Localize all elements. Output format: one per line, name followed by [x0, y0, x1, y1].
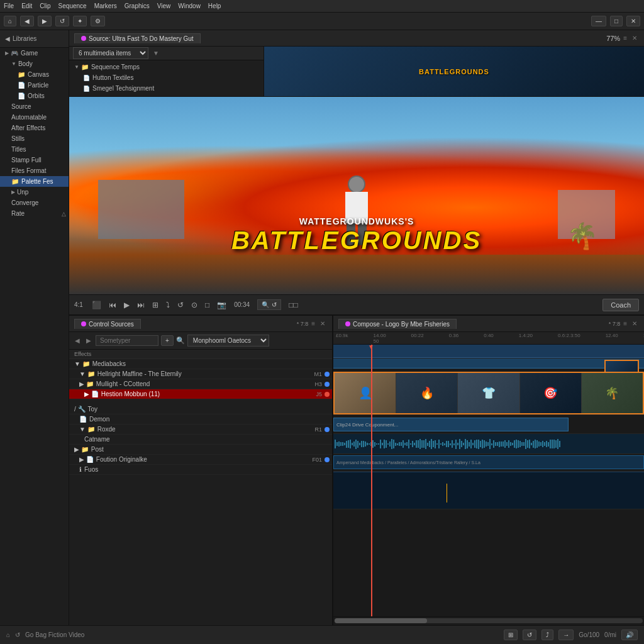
bin-item-smegel[interactable]: 📄 Smegel Techsignment — [72, 83, 261, 94]
status-btn-speaker[interactable]: 🔊 — [621, 630, 638, 640]
bottom-btn-menu[interactable]: ≡ — [309, 319, 317, 328]
panel-btn-close[interactable]: ✕ — [630, 34, 639, 42]
timeline-btn-close[interactable]: ✕ — [630, 319, 639, 328]
search-icon[interactable]: 🔍 — [176, 336, 185, 345]
btn-captions[interactable]: □□ — [286, 299, 301, 311]
track-audio-bottom[interactable] — [333, 472, 644, 509]
tree-catname[interactable]: Catname — [69, 435, 332, 445]
track-v1[interactable]: 🎮 👤 🔥 👕 — [333, 358, 644, 415]
menu-window[interactable]: Window — [178, 3, 201, 9]
status-btn-arrow[interactable]: → — [558, 630, 574, 640]
menu-graphics[interactable]: Graphics — [125, 3, 150, 9]
tree-fuos[interactable]: ℹ Fuos — [69, 465, 332, 475]
tree-item-stills[interactable]: Stills — [0, 133, 69, 144]
thumb-strip[interactable]: 👤 🔥 👕 🎯 — [333, 372, 644, 414]
menu-view[interactable]: View — [157, 3, 171, 9]
toolbar-btn-minimize[interactable]: — — [591, 16, 606, 26]
panel-btn-wrench[interactable]: ≡ — [621, 34, 629, 42]
tree-item-unp[interactable]: ▶ Unp — [0, 187, 69, 197]
status-btn-grid[interactable]: ⊞ — [504, 630, 518, 640]
btn-playback-res[interactable]: □ — [203, 299, 212, 311]
btn-loop[interactable]: ↺ — [175, 299, 186, 311]
toolbar-btn-refresh[interactable]: ↺ — [55, 16, 69, 26]
bin-sequence-temps[interactable]: ▼ 📁 Sequence Temps — [72, 62, 261, 72]
btn-step-fwd[interactable]: ⏭ — [135, 299, 147, 311]
preview-zoom-control[interactable]: 🔍 ↺ — [257, 299, 281, 310]
menu-clip[interactable]: Clip — [40, 3, 50, 9]
status-refresh-icon: ↺ — [15, 631, 20, 638]
scrollbar-track[interactable] — [335, 618, 643, 623]
tree-item-automatable[interactable]: Automatable — [0, 112, 69, 123]
btn-fwd-bl[interactable]: ▶ — [84, 336, 93, 345]
toolbar-btn-home[interactable]: ⌂ — [4, 16, 16, 26]
label-hellright: Hellright Maffine - The Eternily — [97, 370, 314, 377]
menu-help[interactable]: Help — [208, 3, 221, 9]
tree-post[interactable]: ▶ 📁 Post — [69, 445, 332, 455]
timeline-tab[interactable]: Compose - Logo By Mbe Fisheries — [338, 319, 457, 329]
toolbar-btn-forward[interactable]: ▶ — [38, 16, 52, 26]
tree-demon[interactable]: 📄 Demon — [69, 414, 332, 425]
tree-item-stamp[interactable]: Stamp Full — [0, 155, 69, 165]
toolbar-btn-maximize[interactable]: □ — [610, 16, 623, 26]
track-v2[interactable] — [333, 345, 644, 358]
toolbar-btn-back[interactable]: ◀ — [20, 16, 34, 26]
bin-item-blue[interactable]: 📄 Blue Stereotar Playroom — [72, 94, 261, 96]
timeline-scrollbar[interactable] — [333, 616, 644, 625]
bins-btn-panel[interactable]: ▼ — [151, 49, 161, 57]
toolbar-btn-close[interactable]: ✕ — [626, 16, 640, 26]
tree-item-after-effects[interactable]: After Effects — [0, 123, 69, 133]
menu-sequence[interactable]: Sequence — [58, 3, 87, 9]
timeline-btn-menu[interactable]: ≡ — [621, 319, 629, 328]
btn-safe-margin[interactable]: ⊙ — [189, 299, 200, 311]
menu-markers[interactable]: Markers — [94, 3, 117, 9]
bin-item-hutton[interactable]: 📄 Hutton Textiles — [72, 72, 261, 83]
btn-back-bl[interactable]: ◀ — [73, 336, 82, 345]
track-a1[interactable]: Clip24 Drive Couponment... — [333, 415, 644, 434]
timeline-tracks[interactable]: 🎮 👤 🔥 👕 — [333, 345, 644, 616]
menu-edit[interactable]: Edit — [21, 3, 32, 9]
status-btn-export[interactable]: ⤴ — [541, 630, 553, 640]
btn-mark-in[interactable]: ⬛ — [89, 299, 104, 311]
tree-item-source[interactable]: Source — [0, 101, 69, 112]
tree-item-orbits[interactable]: 📄 Orbits — [0, 91, 69, 101]
toolbar-btn-settings[interactable]: ⚙ — [91, 16, 105, 26]
tree-hestion[interactable]: ▶ 📄 Hestion Mobbun (11) J5 — [69, 389, 332, 399]
tree-mediabacks[interactable]: ▼ 📁 Mediabacks — [69, 359, 332, 369]
tree-mullight[interactable]: ▶ 📁 Mullight - CCottend H3 — [69, 379, 332, 389]
btn-mark-clip[interactable]: ⊞ — [150, 299, 161, 311]
source-panel-tab[interactable]: Source: Ultra Fast To Do Mastery Gut — [74, 33, 201, 43]
tree-item-files-format[interactable]: Files Format — [0, 165, 69, 176]
couch-button[interactable]: Coach — [602, 299, 639, 311]
tree-item-rate[interactable]: Rate △ — [0, 208, 69, 219]
btn-rewind[interactable]: ⏮ — [106, 299, 119, 311]
effects-dropdown[interactable]: Monphooml Oaetocs — [187, 335, 269, 347]
status-btn-refresh[interactable]: ↺ — [523, 630, 536, 640]
btn-add-bin[interactable]: + — [161, 335, 174, 346]
tree-item-game[interactable]: ▶ 🎮 Game — [0, 48, 69, 58]
btn-track-select[interactable]: ⤵ — [164, 299, 172, 311]
tree-item-palette-fes[interactable]: 📁 Palette Fes — [0, 176, 69, 187]
playhead[interactable] — [371, 345, 372, 616]
tree-toy[interactable]: / 🔧 Toy — [69, 404, 332, 414]
bottom-left-tab[interactable]: Control Sources — [74, 319, 141, 329]
left-panel-back[interactable]: ◀ — [5, 35, 10, 42]
menu-file[interactable]: File — [4, 3, 14, 9]
track-a2[interactable]: // Will be generated by JS below — [333, 434, 644, 454]
tree-item-converge[interactable]: Converge — [0, 197, 69, 208]
btn-export-frame[interactable]: 📷 — [214, 299, 229, 311]
tree-roxde[interactable]: ▼ 📁 Roxde R1 — [69, 425, 332, 435]
track-subtitle[interactable]: Ampersand Mediabacks / Paralleles / Admo… — [333, 454, 644, 472]
tree-item-canvas[interactable]: 📁 Canvas — [0, 69, 69, 80]
tree-item-particle[interactable]: 📄 Particle — [0, 80, 69, 91]
tree-foution[interactable]: ▶ 📄 Foution Originalke F01 — [69, 455, 332, 465]
btn-play[interactable]: ▶ — [121, 299, 132, 311]
bottom-btn-close[interactable]: ✕ — [318, 319, 327, 328]
scrollbar-thumb[interactable] — [335, 618, 427, 623]
toolbar-btn-new[interactable]: ✦ — [73, 16, 87, 26]
bins-dropdown[interactable]: 6 multimedia items — [73, 47, 148, 59]
search-input[interactable] — [96, 335, 158, 346]
dot-hellright — [325, 372, 330, 377]
tree-item-body[interactable]: ▼ Body — [0, 58, 69, 69]
tree-hellright[interactable]: ▼ 📁 Hellright Maffine - The Eternily M1 — [69, 369, 332, 379]
tree-item-titles[interactable]: Titles — [0, 144, 69, 155]
